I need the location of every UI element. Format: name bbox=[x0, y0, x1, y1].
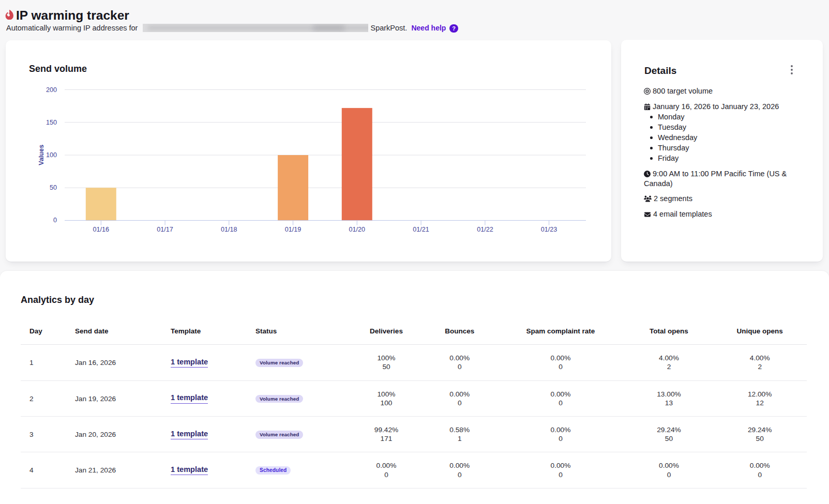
svg-text:01/20: 01/20 bbox=[349, 226, 366, 233]
svg-text:01/23: 01/23 bbox=[541, 226, 557, 233]
svg-text:150: 150 bbox=[46, 119, 57, 126]
svg-text:01/19: 01/19 bbox=[285, 226, 302, 233]
svg-text:200: 200 bbox=[46, 86, 57, 94]
svg-text:Values: Values bbox=[38, 145, 45, 165]
svg-text:01/16: 01/16 bbox=[93, 226, 110, 233]
svg-text:01/21: 01/21 bbox=[413, 226, 429, 233]
svg-text:100: 100 bbox=[46, 151, 57, 159]
svg-text:01/18: 01/18 bbox=[221, 226, 237, 233]
svg-text:01/22: 01/22 bbox=[477, 226, 493, 233]
svg-text:01/17: 01/17 bbox=[157, 226, 173, 233]
svg-text:0: 0 bbox=[53, 217, 57, 224]
svg-text:50: 50 bbox=[50, 184, 57, 191]
